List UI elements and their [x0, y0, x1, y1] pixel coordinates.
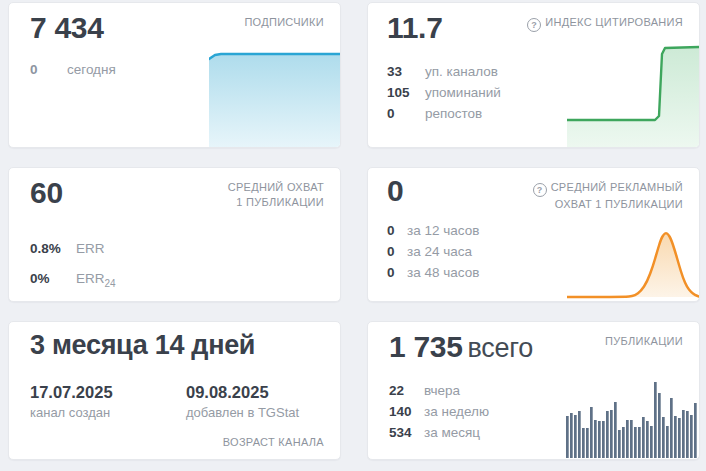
stat-row: 0 за 48 часов	[387, 262, 479, 283]
ad-reach-value: 0	[387, 174, 403, 208]
stat-label: ERR	[76, 236, 105, 266]
channel-added-label: добавлен в TGStat	[186, 405, 341, 420]
publications-header: ПУБЛИКАЦИИ	[605, 334, 683, 349]
publications-header-label: ПУБЛИКАЦИИ	[605, 335, 683, 347]
stat-row: 33 уп. каналов	[387, 61, 501, 82]
subscribers-header: ПОДПИСЧИКИ	[244, 15, 324, 30]
channel-added-column: 09.08.2025 добавлен в TGStat	[186, 382, 341, 420]
channel-created-date: 17.07.2025	[30, 382, 186, 402]
stat-row: 105 упоминаний	[387, 82, 501, 103]
stat-value: 0	[387, 241, 407, 262]
ad-reach-bell-chart	[567, 225, 699, 301]
publications-bar-chart	[566, 380, 698, 458]
stat-label: репостов	[425, 103, 482, 124]
stat-row: 0% ERR24	[30, 266, 116, 296]
stat-label: ERR24	[76, 266, 116, 296]
subscribers-area-chart	[209, 52, 340, 147]
citation-index-card: 11.7 ?ИНДЕКС ЦИТИРОВАНИЯ 33 уп. каналов …	[367, 2, 700, 148]
ad-reach-rows: 0 за 12 часов 0 за 24 часа 0 за 48 часов	[387, 220, 479, 283]
help-icon[interactable]: ?	[527, 18, 541, 32]
stat-label: вчера	[424, 380, 460, 401]
stat-value: 0	[30, 59, 67, 80]
citation-step-chart	[567, 44, 699, 147]
reach-value: 60	[30, 176, 63, 210]
stats-grid: 7 434 ПОДПИСЧИКИ 0 сегодня 11.7 ?ИНДЕКС …	[8, 2, 700, 460]
stat-value: 534	[389, 422, 424, 443]
stat-label: за месяц	[424, 422, 480, 443]
publications-value-suffix: всего	[468, 333, 533, 363]
ad-reach-header: ?СРЕДНИЙ РЕКЛАМНЫЙ ОХВАТ 1 ПУБЛИКАЦИИ	[533, 180, 683, 212]
reach-header-line1: СРЕДНИЙ ОХВАТ	[228, 180, 324, 195]
stat-label: упоминаний	[425, 82, 501, 103]
citation-value: 11.7	[387, 11, 443, 45]
stat-value: 0	[387, 262, 407, 283]
stat-row: 0 за 12 часов	[387, 220, 479, 241]
avg-reach-card: 60 СРЕДНИЙ ОХВАТ 1 ПУБЛИКАЦИИ 0.8% ERR 0…	[8, 167, 341, 302]
stat-row: 0.8% ERR	[30, 236, 116, 266]
stat-value: 105	[387, 82, 425, 103]
channel-age-card: 3 месяца 14 дней 17.07.2025 канал создан…	[8, 321, 341, 460]
stat-label: за 12 часов	[407, 220, 479, 241]
channel-created-label: канал создан	[30, 405, 186, 420]
stat-row: 0 репостов	[387, 103, 501, 124]
ad-reach-header-line1: ?СРЕДНИЙ РЕКЛАМНЫЙ	[533, 180, 683, 197]
help-icon[interactable]: ?	[533, 183, 547, 197]
reach-header: СРЕДНИЙ ОХВАТ 1 ПУБЛИКАЦИИ	[228, 180, 324, 210]
reach-header-line2: 1 ПУБЛИКАЦИИ	[228, 195, 324, 210]
channel-age-columns: 17.07.2025 канал создан 09.08.2025 добав…	[30, 382, 341, 420]
citation-header-label: ИНДЕКС ЦИТИРОВАНИЯ	[545, 16, 683, 28]
subscribers-rows: 0 сегодня	[30, 59, 116, 80]
stat-value: 140	[389, 401, 424, 422]
channel-age-footer: ВОЗРАСТ КАНАЛА	[223, 436, 324, 448]
reach-rows: 0.8% ERR 0% ERR24	[30, 236, 116, 295]
stat-label: за 24 часа	[407, 241, 472, 262]
subscribers-value: 7 434	[30, 11, 104, 45]
avg-ad-reach-card: 0 ?СРЕДНИЙ РЕКЛАМНЫЙ ОХВАТ 1 ПУБЛИКАЦИИ …	[367, 167, 700, 302]
stat-row: 140 за неделю	[389, 401, 489, 422]
stat-label: сегодня	[67, 59, 116, 80]
subscribers-header-label: ПОДПИСЧИКИ	[244, 16, 324, 28]
ad-reach-header-line2: ОХВАТ 1 ПУБЛИКАЦИИ	[533, 197, 683, 212]
stat-value: 0.8%	[30, 236, 76, 266]
publications-rows: 22 вчера 140 за неделю 534 за месяц	[389, 380, 489, 443]
stat-value: 0%	[30, 266, 76, 296]
citation-header: ?ИНДЕКС ЦИТИРОВАНИЯ	[527, 15, 683, 32]
stat-row: 534 за месяц	[389, 422, 489, 443]
citation-rows: 33 уп. каналов 105 упоминаний 0 репостов	[387, 61, 501, 124]
channel-added-date: 09.08.2025	[186, 382, 341, 402]
stat-row: 0 сегодня	[30, 59, 116, 80]
stat-value: 22	[389, 380, 424, 401]
subscribers-card: 7 434 ПОДПИСЧИКИ 0 сегодня	[8, 2, 341, 148]
stat-value: 0	[387, 103, 425, 124]
publications-value: 1 735всего	[389, 330, 533, 364]
channel-age-value: 3 месяца 14 дней	[30, 330, 255, 361]
stat-label: уп. каналов	[425, 61, 498, 82]
stat-value: 0	[387, 220, 407, 241]
stat-value: 33	[387, 61, 425, 82]
stat-label: за неделю	[424, 401, 489, 422]
stat-label: за 48 часов	[407, 262, 479, 283]
publications-card: 1 735всего ПУБЛИКАЦИИ 22 вчера 140 за не…	[367, 321, 700, 460]
stat-row: 0 за 24 часа	[387, 241, 479, 262]
stat-row: 22 вчера	[389, 380, 489, 401]
channel-created-column: 17.07.2025 канал создан	[30, 382, 186, 420]
